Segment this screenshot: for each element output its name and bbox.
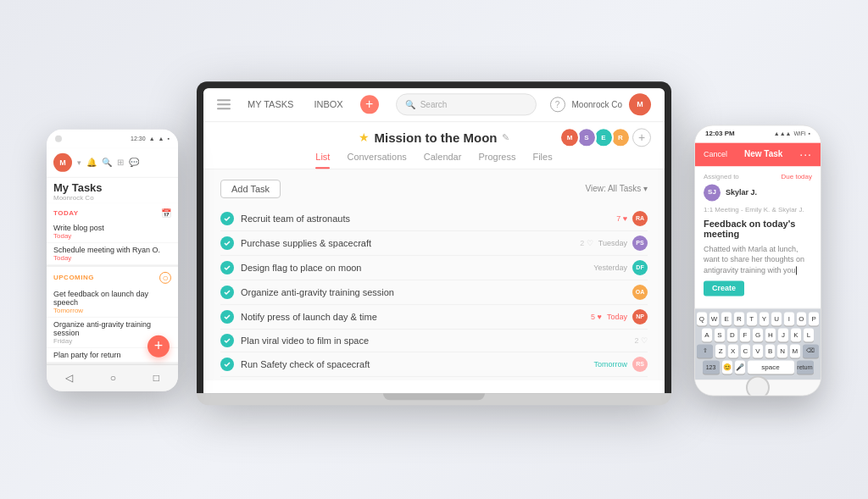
key-c[interactable]: C: [741, 345, 751, 358]
key-q[interactable]: Q: [697, 313, 707, 326]
key-j[interactable]: J: [778, 329, 788, 342]
tab-progress[interactable]: Progress: [478, 152, 515, 169]
tab-files[interactable]: Files: [532, 152, 552, 169]
key-y[interactable]: Y: [760, 313, 770, 326]
task-checkbox-1[interactable]: [220, 212, 234, 225]
add-button[interactable]: +: [360, 95, 379, 114]
key-g[interactable]: G: [753, 329, 763, 342]
back-nav-icon[interactable]: ◁: [65, 372, 73, 384]
iphone-create-button[interactable]: Create: [704, 281, 744, 297]
search-box[interactable]: 🔍 Search: [396, 93, 537, 115]
tab-list[interactable]: List: [315, 152, 330, 169]
battery-icon: ▪: [809, 130, 810, 136]
key-o[interactable]: O: [797, 313, 807, 326]
key-b[interactable]: B: [765, 345, 776, 358]
key-w[interactable]: W: [709, 313, 720, 326]
key-delete[interactable]: ⌫: [803, 345, 819, 358]
android-user-avatar[interactable]: M: [53, 152, 72, 171]
android-upcoming-header: UPCOMING ○: [47, 266, 178, 286]
notification-icon[interactable]: 🔔: [86, 158, 97, 167]
android-camera: [55, 135, 62, 141]
table-row: Organize anti-gravity training session O…: [220, 280, 648, 305]
key-emoji[interactable]: 😊: [722, 361, 732, 374]
keyboard-row-1: Q W E R T Y U I O P: [697, 313, 819, 326]
upcoming-icon[interactable]: ○: [159, 271, 171, 283]
iphone-task-body-text: Chatted with Marla at lunch, want to sha…: [704, 245, 804, 274]
key-e[interactable]: E: [721, 313, 732, 326]
task-meta-7: Tomorrow RS: [593, 357, 648, 372]
key-m[interactable]: M: [790, 345, 800, 358]
key-f[interactable]: F: [740, 329, 750, 342]
task-hearts-2: 2 ♡: [580, 239, 593, 247]
home-nav-icon[interactable]: ○: [110, 372, 116, 384]
task-checkbox-4[interactable]: [220, 286, 234, 299]
key-s[interactable]: S: [715, 329, 725, 342]
recents-nav-icon[interactable]: □: [153, 372, 159, 384]
key-p[interactable]: P: [809, 313, 819, 326]
user-avatar[interactable]: M: [629, 93, 651, 115]
grid-icon[interactable]: ⊞: [117, 158, 124, 167]
view-all-dropdown[interactable]: View: All Tasks ▾: [585, 184, 648, 193]
key-mic[interactable]: 🎤: [735, 361, 745, 374]
key-z[interactable]: Z: [715, 345, 726, 358]
key-t[interactable]: T: [747, 313, 757, 326]
wifi-icon: WiFi: [794, 130, 806, 136]
key-v[interactable]: V: [753, 345, 763, 358]
key-d[interactable]: D: [727, 329, 737, 342]
key-123[interactable]: 123: [703, 361, 720, 374]
tab-conversations[interactable]: Conversations: [347, 152, 406, 169]
task-hearts-1[interactable]: 7 ♥: [616, 214, 627, 223]
key-l[interactable]: L: [804, 329, 814, 342]
table-row: Run Safety check of spacecraft Tomorrow …: [220, 352, 648, 377]
task-list: Recruit team of astronauts 7 ♥ RA Purcha…: [220, 207, 648, 380]
key-n[interactable]: N: [777, 345, 787, 358]
my-tasks-nav[interactable]: MY TASKS: [244, 97, 297, 111]
search-icon[interactable]: 🔍: [102, 158, 112, 167]
key-x[interactable]: X: [728, 345, 738, 358]
task-name-3: Design flag to place on moon: [241, 263, 587, 273]
key-a[interactable]: A: [702, 329, 712, 342]
add-member-button[interactable]: +: [632, 128, 651, 147]
task-checkbox-6[interactable]: [220, 334, 234, 347]
key-return[interactable]: return: [797, 361, 814, 374]
android-fab-button[interactable]: +: [147, 335, 170, 357]
edit-icon[interactable]: ✎: [502, 132, 509, 143]
task-checkbox-2[interactable]: [220, 236, 234, 250]
chat-icon[interactable]: 💬: [129, 158, 139, 167]
member-avatars: M S E R +: [563, 127, 651, 147]
key-space[interactable]: space: [748, 361, 794, 374]
task-checkbox-7[interactable]: [220, 358, 234, 371]
task-toolbar: Add Task View: All Tasks ▾: [220, 180, 648, 198]
iphone-app-header: Cancel New Task ···: [695, 142, 821, 166]
key-i[interactable]: I: [784, 313, 794, 326]
iphone-cancel-button[interactable]: Cancel: [704, 150, 727, 158]
project-title: Mission to the Moon: [375, 130, 498, 145]
iphone-time: 12:03 PM: [705, 130, 735, 137]
task-checkbox-5[interactable]: [220, 310, 234, 324]
key-h[interactable]: H: [765, 329, 776, 342]
task-name-1: Recruit team of astronauts: [241, 213, 609, 224]
keyboard-row-4: 123 😊 🎤 space return: [697, 361, 819, 374]
calendar-icon[interactable]: 📅: [161, 208, 171, 217]
hamburger-icon[interactable]: [217, 99, 231, 109]
android-upcoming-label: UPCOMING: [53, 274, 94, 281]
iphone-home-button[interactable]: [746, 376, 770, 396]
iphone-more-button[interactable]: ···: [799, 147, 812, 161]
key-u[interactable]: U: [771, 313, 782, 326]
task-name-6: Plan viral video to film in space: [241, 335, 627, 346]
iphone-task-title[interactable]: Feedback on today's meeting: [704, 219, 812, 239]
assigned-to-label: Assigned to: [704, 173, 739, 180]
task-hearts-5: 5 ♥: [591, 313, 602, 321]
key-shift[interactable]: ⇧: [697, 345, 713, 358]
key-r[interactable]: R: [734, 313, 744, 326]
help-icon[interactable]: ?: [550, 97, 565, 112]
iphone-assignee-avatar: SJ: [704, 184, 721, 201]
android-today-header: TODAY 📅: [47, 202, 178, 220]
inbox-nav[interactable]: INBOX: [310, 97, 346, 111]
list-item: Write blog post Today: [47, 220, 178, 242]
task-checkbox-3[interactable]: [220, 261, 234, 274]
add-task-button[interactable]: Add Task: [220, 180, 281, 198]
table-row: Recruit team of astronauts 7 ♥ RA: [220, 207, 648, 231]
tab-calendar[interactable]: Calendar: [424, 152, 462, 169]
key-k[interactable]: K: [791, 329, 801, 342]
